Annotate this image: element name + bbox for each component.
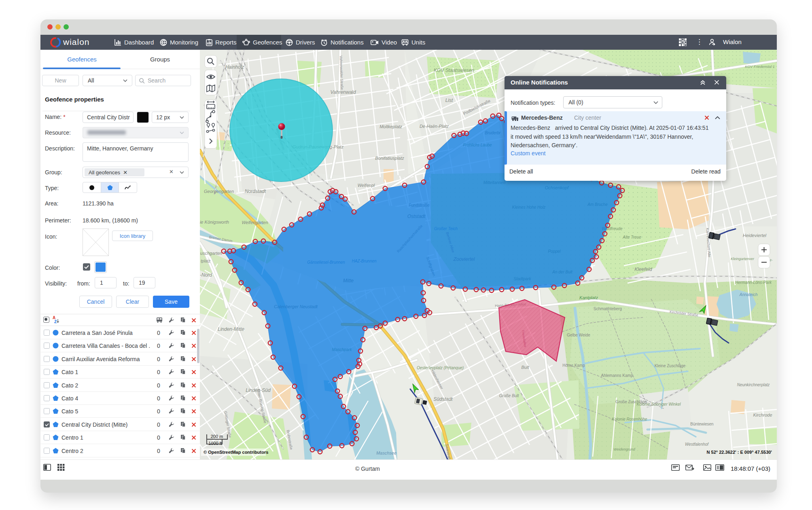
svg-text:Westfalenhof: Westfalenhof [685,442,709,447]
svg-text:Linden-Mitte: Linden-Mitte [218,326,244,332]
svg-text:uschgarten: uschgarten [200,251,222,256]
svg-text:Kolonie Sonniger Winkel: Kolonie Sonniger Winkel [637,402,681,406]
svg-text:Büntewiesen: Büntewiesen [690,422,713,426]
svg-text:Moltkeplatz: Moltkeplatz [379,124,402,129]
svg-text:1000 ft: 1000 ft [208,441,222,446]
svg-text:Welfenpl: Welfenpl [358,183,375,188]
svg-text:Georgengarten: Georgengarten [204,189,234,194]
svg-text:Kolonie Rosenhöhe: Kolonie Rosenhöhe [612,417,647,421]
svg-text:Gelbe Weide: Gelbe Weide [567,333,590,337]
svg-text:Hermann-Löns-Park: Hermann-Löns-Park [735,280,772,285]
svg-text:List: List [445,97,453,103]
svg-text:Z: Z [54,320,57,324]
svg-text:-Nord: -Nord [200,272,212,278]
svg-text:Vahrenwald: Vahrenwald [331,89,356,95]
svg-text:Oesterleyplatz (Pétanque): Oesterleyplatz (Pétanque) [417,366,464,370]
svg-text:Welfengarten: Welfengarten [242,220,268,225]
svg-text:KGV Friedenstal 1: KGV Friedenstal 1 [745,65,775,69]
svg-text:Maschsee: Maschsee [376,451,396,455]
svg-text:KGV Staatswiesen: KGV Staatswiesen [434,68,474,73]
svg-text:Nordstadt: Nordstadt [245,188,266,194]
svg-text:Kleingartenver: Kleingartenver [731,257,755,261]
svg-text:ie Königsworth: ie Königsworth [200,220,229,224]
svg-text:Weidengrund: Weidengrund [613,447,635,451]
svg-text:200 m: 200 m [211,434,223,439]
svg-text:tplatz: tplatz [201,259,210,263]
svg-text:Alte Treue: Alte Treue [622,235,641,239]
svg-text:Kleefeld: Kleefeld [634,267,652,272]
svg-text:Ahlemanns Kamp: Ahlemanns Kamp [601,373,633,378]
svg-text:Bult: Bult [522,365,530,370]
svg-text:Hainholz: Hainholz [225,64,244,70]
svg-text:© OpenStreetMap contributors: © OpenStreetMap contributors [204,450,268,455]
svg-text:Große Bult: Große Bult [499,394,519,398]
svg-text:Neunkirchnerplatz: Neunkirchnerplatz [737,383,770,387]
svg-text:Horns Kamp: Horns Kamp [562,363,585,368]
svg-text:Heideviertel: Heideviertel [743,233,767,238]
svg-text:Bonifatiusplatz: Bonifatiusplatz [375,156,404,161]
svg-text:Südstadt: Südstadt [433,396,453,402]
svg-text:De-Haën-Platz: De-Haën-Platz [420,124,449,129]
svg-text:N 52° 22.3622' : E 009° 47.553: N 52° 22.3622' : E 009° 47.5530' [707,450,772,455]
svg-text:Kantplatz: Kantplatz [579,295,598,300]
svg-text:Annateich: Annateich [739,292,758,297]
svg-text:Kirchrode: Kirchrode [753,413,772,417]
svg-text:Kleine Zuschläge: Kleine Zuschläge [655,364,686,368]
svg-text:Schmachteberg: Schmachteberg [594,307,622,311]
